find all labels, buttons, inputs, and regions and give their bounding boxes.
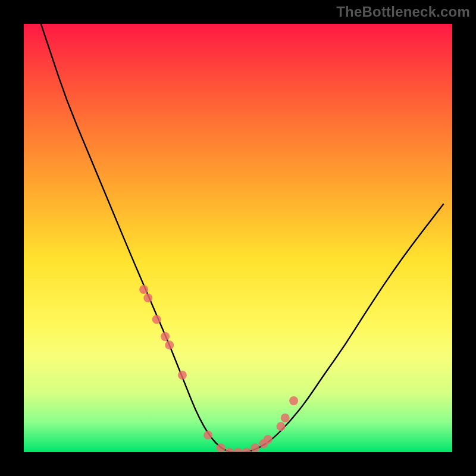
marker-point: [203, 431, 212, 440]
marker-point: [143, 293, 152, 302]
marker-point: [281, 414, 290, 422]
marker-point: [139, 285, 148, 294]
marker-point: [225, 448, 234, 453]
highlight-markers: [139, 285, 298, 452]
plot-area: [24, 24, 452, 452]
watermark-text: TheBottleneck.com: [336, 4, 470, 20]
marker-point: [178, 371, 187, 380]
marker-point: [234, 448, 243, 453]
marker-point: [165, 341, 174, 350]
marker-point: [250, 443, 259, 452]
marker-point: [242, 448, 251, 453]
marker-point: [289, 396, 298, 405]
curve-svg: [24, 24, 452, 452]
marker-point: [264, 435, 273, 444]
bottleneck-curve: [41, 24, 444, 452]
marker-point: [152, 315, 161, 324]
marker-point: [217, 443, 226, 452]
chart-frame: TheBottleneck.com: [0, 0, 476, 476]
marker-point: [161, 332, 170, 341]
marker-point: [277, 422, 286, 431]
